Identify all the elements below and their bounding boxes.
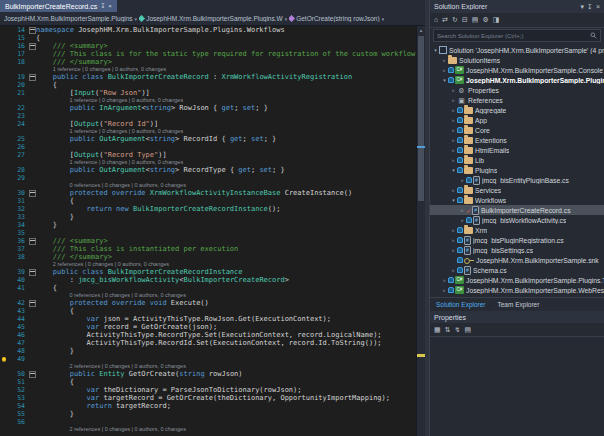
code-line[interactable]: 29 — [0, 174, 416, 182]
chevron-collapsed-icon[interactable]: ▹ — [450, 127, 457, 133]
chevron-expanded-icon[interactable]: ▾ — [450, 197, 457, 203]
pin-icon[interactable]: ↧ — [100, 1, 105, 11]
code-line[interactable]: 38 /// </summary> — [0, 253, 416, 261]
tree-item[interactable]: ▹Xrm — [430, 225, 604, 235]
chevron-collapsed-icon[interactable]: ▹ — [450, 187, 457, 193]
chevron-expanded-icon[interactable]: ▾ — [441, 77, 448, 83]
codelens-indicator[interactable]: 1 reference | 0 changes | 0 authors, 0 c… — [0, 128, 416, 135]
code-line[interactable]: 17 /// This class is for the static type… — [0, 50, 416, 58]
project-dropdown[interactable]: JosephHM.Xrm.BulkImporterSample.Plugins … — [4, 15, 137, 22]
code-line[interactable]: 30 protected override XrmWorkflowActivit… — [0, 189, 416, 197]
lightbulb-icon[interactable] — [2, 357, 6, 361]
codelens-indicator[interactable]: 2 references | 0 changes | 0 authors, 0 … — [0, 363, 416, 370]
properties-grid[interactable] — [430, 337, 604, 436]
code-line[interactable]: 56 — [0, 418, 416, 426]
codelens-indicator[interactable]: 0 references | 0 changes | 0 authors, 0 … — [0, 182, 416, 189]
document-tab[interactable]: BulkImporterCreateRecord.cs ↧× — [0, 0, 117, 12]
code-line[interactable]: 55 } — [0, 410, 416, 418]
categorized-icon[interactable]: ▦ — [434, 325, 441, 335]
chevron-expanded-icon[interactable]: ▾ — [450, 167, 457, 173]
code-line[interactable]: 21 [Input("Row Json")] — [0, 89, 416, 97]
chevron-collapsed-icon[interactable]: ▹ — [450, 237, 457, 243]
collapse-region-icon[interactable] — [29, 269, 36, 276]
chevron-collapsed-icon[interactable]: ▹ — [450, 157, 457, 163]
code-line[interactable]: 32 return new BulkImporterCreateRecordIn… — [0, 205, 416, 213]
collapse-region-icon[interactable] — [29, 238, 36, 245]
chevron-collapsed-icon[interactable]: ▹ — [441, 67, 448, 73]
pin-icon[interactable]: ↧ — [587, 2, 593, 12]
code-line[interactable]: 15{ — [0, 34, 416, 42]
preview-selected-icon[interactable]: ◨ — [493, 15, 500, 25]
code-line[interactable]: 27 [Output("Record Type")] — [0, 151, 416, 159]
show-all-files-icon[interactable]: ▤ — [472, 15, 479, 25]
tab-team-explorer[interactable]: Team Explorer — [492, 298, 546, 311]
code-line[interactable]: 14namespace JosephHM.Xrm.BulkImporterSam… — [0, 26, 416, 34]
tree-item[interactable]: ▹#jmcg_bisWorkflowActivity.cs — [430, 215, 604, 225]
chevron-collapsed-icon[interactable]: ▹ — [450, 227, 457, 233]
chevron-collapsed-icon[interactable]: ▹ — [450, 107, 457, 113]
alphabetical-icon[interactable]: ⇅ — [445, 325, 451, 335]
tree-item[interactable]: ▹C#JosephHM.Xrm.BulkImporterSample.Conso… — [430, 65, 604, 75]
chevron-collapsed-icon[interactable]: ▹ — [450, 87, 457, 93]
chevron-expanded-icon[interactable]: ▾ — [432, 47, 439, 53]
chevron-collapsed-icon[interactable]: ▹ — [450, 267, 457, 273]
code-line[interactable]: 47 ActivityThisType.RecordId.Set(Executi… — [0, 339, 416, 347]
collapse-region-icon[interactable] — [29, 43, 36, 50]
chevron-collapsed-icon[interactable]: ▹ — [441, 57, 448, 63]
code-line[interactable]: 16 /// <summary> — [0, 42, 416, 50]
code-line[interactable]: 18 /// </summary> — [0, 58, 416, 66]
code-line[interactable]: 43 { — [0, 307, 416, 315]
member-dropdown[interactable]: GetOrCreate(string rowJson) ▾ — [289, 15, 384, 22]
chevron-collapsed-icon[interactable]: ▹ — [459, 177, 466, 183]
tree-item[interactable]: ▾C#JosephHM.Xrm.BulkImporterSample.Plugi… — [430, 75, 604, 85]
tree-item[interactable]: ▾Solution 'JosephHM.Xrm.BulkImporterSamp… — [430, 45, 604, 55]
tree-item[interactable]: ▹C#JosephHM.Xrm.BulkImporterSample.Plugi… — [430, 275, 604, 285]
scrollbar-thumb[interactable] — [418, 36, 424, 201]
tree-item[interactable]: ▹#Schema.cs — [430, 265, 604, 275]
home-icon[interactable]: ⌂ — [434, 15, 438, 25]
chevron-collapsed-icon[interactable]: ▹ — [450, 147, 457, 153]
chevron-collapsed-icon[interactable]: ▹ — [450, 117, 457, 123]
code-line[interactable]: 28 public OutArgument<string> RecordType… — [0, 166, 416, 174]
window-menu-icon[interactable]: ▾ — [581, 2, 585, 12]
code-line[interactable]: 25 public OutArgument<string> RecordId {… — [0, 135, 416, 143]
chevron-collapsed-icon[interactable]: ▹ — [450, 97, 457, 103]
code-line[interactable]: 40 : jmcg_bisWorkflowActivity<BulkImport… — [0, 276, 416, 284]
tree-item[interactable]: ▹Services — [430, 185, 604, 195]
collapse-region-icon[interactable] — [29, 27, 36, 34]
chevron-collapsed-icon[interactable]: ▹ — [450, 137, 457, 143]
collapse-region-icon[interactable] — [29, 74, 36, 81]
chevron-collapsed-icon[interactable]: ▹ — [450, 247, 457, 253]
code-line[interactable]: 52 var theDictionary = ParseJsonToDictio… — [0, 386, 416, 394]
code-line[interactable]: 42 protected override void Execute() — [0, 299, 416, 307]
code-line[interactable]: 50 public Entity GetOrCreate(string rowJ… — [0, 370, 416, 378]
tree-item[interactable]: ▹Core — [430, 125, 604, 135]
properties-icon[interactable]: ⚙ — [482, 15, 488, 25]
code-line[interactable]: 37 /// This class is instantiated per ex… — [0, 245, 416, 253]
code-line[interactable]: 33 } — [0, 213, 416, 221]
property-pages-icon[interactable]: ▤ — [464, 325, 471, 335]
tree-item[interactable]: ▹App — [430, 115, 604, 125]
type-dropdown[interactable]: JosephHM.Xrm.BulkImporterSample.Plugins.… — [139, 15, 287, 22]
codelens-indicator[interactable]: 0 references | 0 changes | 0 authors, 0 … — [0, 292, 416, 299]
code-line[interactable]: 36 /// <summary> — [0, 237, 416, 245]
tree-item[interactable]: ▹⚙Properties — [430, 85, 604, 95]
collapse-region-icon[interactable] — [29, 190, 36, 197]
codelens-indicator[interactable]: 2 references | 0 changes | 0 authors, 0 … — [0, 426, 416, 433]
collapse-region-icon[interactable] — [29, 371, 36, 378]
code-line[interactable]: 23 — [0, 112, 416, 120]
tree-item[interactable]: ▾Plugins — [430, 165, 604, 175]
code-line[interactable]: 48 } — [0, 347, 416, 355]
code-line[interactable]: 46 ActivityThisType.RecordType.Set(Execu… — [0, 331, 416, 339]
codelens-indicator[interactable]: 1 reference | 0 changes | 0 authors, 0 c… — [0, 66, 416, 73]
code-line[interactable]: 31 { — [0, 197, 416, 205]
chevron-collapsed-icon[interactable]: ▹ — [459, 217, 466, 223]
tree-item[interactable]: ▹HtmlEmails — [430, 145, 604, 155]
chevron-collapsed-icon[interactable]: ▹ — [441, 277, 448, 283]
code-line[interactable]: 19 public class BulkImporterCreateRecord… — [0, 73, 416, 81]
code-line[interactable]: 41 { — [0, 284, 416, 292]
code-line[interactable]: 24 [Output("Record Id")] — [0, 120, 416, 128]
chevron-collapsed-icon[interactable]: ▹ — [459, 207, 466, 213]
tree-item[interactable]: JosephHM.Xrm.BulkImporterSample.snk — [430, 255, 604, 265]
collapse-all-icon[interactable]: ⊟ — [462, 15, 468, 25]
